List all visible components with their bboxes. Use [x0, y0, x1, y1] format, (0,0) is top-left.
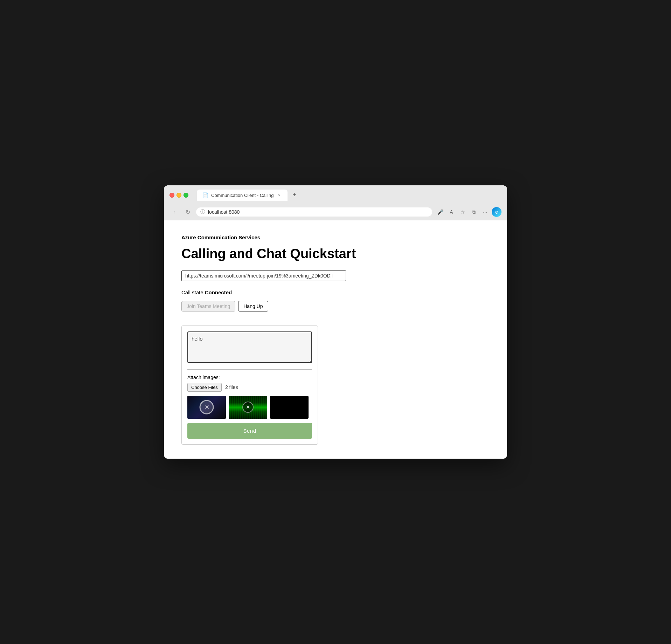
split-view-icon[interactable]: ⧉ [469, 207, 478, 217]
title-bar: 📄 Communication Client - Calling × + [164, 185, 507, 204]
edge-browser-icon[interactable]: e [492, 207, 501, 217]
traffic-lights [170, 193, 188, 198]
app-title: Calling and Chat Quickstart [181, 246, 490, 262]
call-state-row: Call state Connected [181, 289, 490, 295]
send-button[interactable]: Send [187, 423, 312, 439]
back-button[interactable]: ‹ [170, 207, 179, 217]
tabs-row: 📄 Communication Client - Calling × + [197, 190, 299, 201]
info-icon: ⓘ [200, 209, 205, 215]
page-content: Azure Communication Services Calling and… [164, 220, 507, 459]
app-subtitle: Azure Communication Services [181, 234, 490, 240]
attach-row: Choose Files 2 files [187, 383, 312, 392]
refresh-button[interactable]: ↻ [183, 207, 193, 217]
address-bar: ‹ ↻ ⓘ localhost:8080 🎤 A ☆ ⧉ ··· e [164, 204, 507, 220]
browser-tab[interactable]: 📄 Communication Client - Calling × [197, 190, 288, 201]
new-tab-button[interactable]: + [289, 190, 299, 200]
hang-up-button[interactable]: Hang Up [238, 301, 268, 311]
maximize-window-button[interactable] [184, 193, 188, 198]
choose-files-button[interactable]: Choose Files [187, 383, 222, 392]
button-row: Join Teams Meeting Hang Up [181, 301, 490, 311]
attach-label: Attach images: [187, 375, 312, 380]
xbox-image-1 [187, 396, 226, 419]
tab-page-icon: 📄 [202, 192, 208, 198]
minimize-window-button[interactable] [177, 193, 181, 198]
xbox-image-2: ✕ [229, 396, 267, 419]
tab-close-button[interactable]: × [276, 192, 282, 198]
translate-icon[interactable]: A [447, 207, 456, 217]
address-input-wrap: ⓘ localhost:8080 [196, 207, 432, 217]
title-bar-top: 📄 Communication Client - Calling × + [170, 190, 501, 201]
divider [187, 369, 312, 370]
image-preview-3 [270, 396, 309, 419]
xbox-logo-2: ✕ [242, 402, 254, 413]
bookmark-icon[interactable]: ☆ [458, 207, 467, 217]
message-input[interactable] [187, 331, 312, 363]
microphone-icon[interactable]: 🎤 [436, 207, 445, 217]
address-text[interactable]: localhost:8080 [208, 209, 428, 215]
more-options-icon[interactable]: ··· [480, 207, 490, 217]
call-state-value: Connected [205, 289, 232, 295]
image-preview-1 [187, 396, 226, 419]
chat-panel: Attach images: Choose Files 2 files ✕ Se… [181, 326, 318, 445]
image-previews: ✕ [187, 396, 312, 419]
address-right-icons: 🎤 A ☆ ⧉ ··· e [436, 207, 501, 217]
tab-title: Communication Client - Calling [211, 193, 274, 198]
close-window-button[interactable] [170, 193, 174, 198]
teams-url-input[interactable] [181, 270, 346, 281]
files-count: 2 files [225, 384, 238, 390]
browser-window: 📄 Communication Client - Calling × + ‹ ↻… [164, 185, 507, 459]
join-teams-meeting-button[interactable]: Join Teams Meeting [181, 301, 235, 311]
call-state-label: Call state [181, 289, 203, 295]
image-preview-2: ✕ [229, 396, 267, 419]
